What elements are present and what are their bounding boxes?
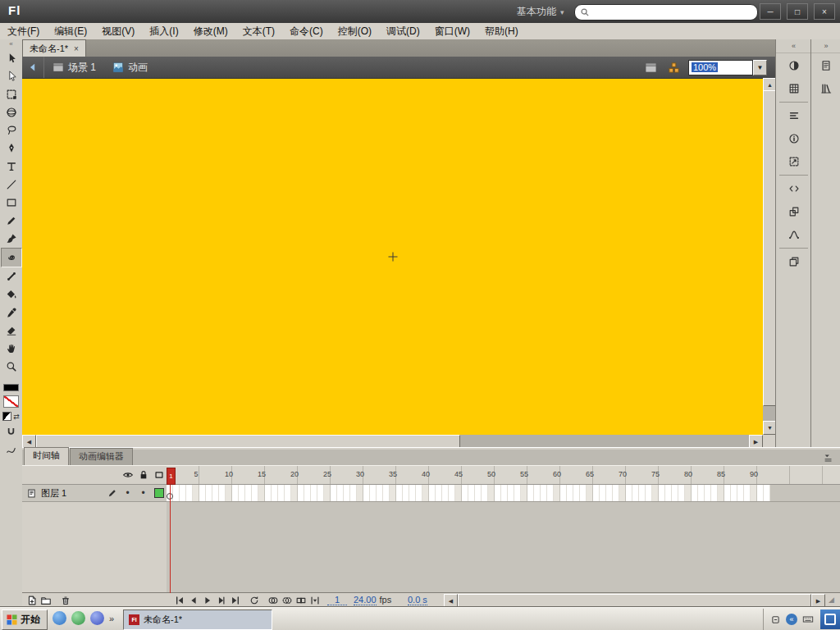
frame-cell[interactable]	[390, 485, 396, 501]
goto-last-frame-button[interactable]	[229, 594, 242, 606]
frame-cell[interactable]	[252, 485, 258, 501]
frame-cell[interactable]	[455, 485, 462, 501]
frame-cell[interactable]	[495, 485, 501, 501]
deco-tool[interactable]	[1, 248, 22, 267]
color-panel-icon[interactable]	[783, 55, 806, 76]
tab-timeline[interactable]: 时间轴	[24, 447, 69, 465]
frame-cell[interactable]	[665, 485, 672, 501]
language-bar-icon[interactable]	[820, 609, 840, 629]
frame-cell[interactable]	[521, 485, 527, 501]
expand-dock-icon[interactable]: «	[776, 39, 811, 53]
frame-cell[interactable]	[232, 485, 239, 501]
zoom-level-input[interactable]: 100%	[688, 60, 753, 75]
pen-tool[interactable]	[2, 139, 21, 158]
black-white-button[interactable]	[2, 412, 11, 421]
frame-cell[interactable]	[718, 485, 724, 501]
frame-cell[interactable]	[737, 485, 744, 501]
stage-canvas[interactable]	[22, 78, 763, 435]
frame-cell[interactable]	[659, 485, 665, 501]
snap-to-objects-button[interactable]	[3, 425, 20, 439]
quick-launch-2-icon[interactable]	[71, 611, 85, 625]
frame-cell[interactable]	[442, 485, 449, 501]
frame-cell[interactable]	[751, 485, 757, 501]
new-folder-button[interactable]	[39, 594, 52, 606]
frame-cell[interactable]	[567, 485, 573, 501]
breadcrumb-scene[interactable]: 场景 1	[44, 61, 104, 75]
lasso-tool[interactable]	[2, 121, 21, 139]
bone-tool[interactable]	[2, 267, 21, 285]
frame-cell[interactable]	[416, 485, 422, 501]
frame-cell[interactable]	[422, 485, 429, 501]
frame-cell[interactable]	[541, 485, 547, 501]
frame-cell[interactable]	[705, 485, 711, 501]
brush-tool[interactable]	[2, 230, 21, 248]
frame-cell[interactable]	[639, 485, 646, 501]
frame-cell[interactable]	[744, 485, 751, 501]
frame-cell[interactable]	[429, 485, 436, 501]
frame-cell[interactable]	[468, 485, 475, 501]
subselection-tool[interactable]	[2, 67, 21, 85]
line-tool[interactable]	[2, 176, 21, 194]
3d-rotation-tool[interactable]	[2, 103, 21, 121]
timeline-horizontal-scrollbar[interactable]: ◀ ▶	[444, 594, 825, 606]
frame-cell[interactable]	[646, 485, 652, 501]
pencil-tool[interactable]	[2, 212, 21, 230]
restore-button[interactable]: □	[787, 3, 808, 20]
frame-cell[interactable]	[619, 485, 626, 501]
frame-cell[interactable]	[206, 485, 212, 501]
modify-markers-button[interactable]	[308, 594, 322, 606]
frame-cell[interactable]	[672, 485, 678, 501]
selection-tool[interactable]	[2, 49, 21, 67]
frame-cell[interactable]	[357, 485, 363, 501]
frame-cell[interactable]	[514, 485, 521, 501]
lock-icon[interactable]	[135, 466, 151, 484]
frame-cell[interactable]	[652, 485, 659, 501]
play-button[interactable]	[201, 594, 214, 606]
transform-panel-icon[interactable]	[783, 151, 806, 172]
layer-row[interactable]: 图层 1 • •	[22, 485, 167, 502]
layer-name[interactable]: 图层 1	[37, 487, 104, 500]
frame-cell[interactable]	[245, 485, 252, 501]
current-frame-value[interactable]: 1	[327, 595, 347, 605]
frame-cell[interactable]	[193, 485, 199, 501]
outline-icon[interactable]	[151, 466, 167, 484]
playhead[interactable]: 1	[167, 468, 176, 485]
frame-cell[interactable]	[685, 485, 692, 501]
frame-cell[interactable]	[350, 485, 357, 501]
document-tab[interactable]: 未命名-1* ×	[22, 39, 86, 57]
new-layer-button[interactable]	[25, 594, 39, 606]
properties-panel-icon[interactable]	[815, 55, 838, 76]
goto-first-frame-button[interactable]	[173, 594, 186, 606]
breadcrumb-symbol[interactable]: 动画	[104, 61, 156, 75]
frame-cell[interactable]	[278, 485, 285, 501]
elapsed-time-value[interactable]: 0.0 s	[408, 595, 427, 605]
project-panel-icon[interactable]	[783, 251, 806, 272]
menu-item[interactable]: 命令(C)	[282, 23, 331, 40]
frame-cell[interactable]	[239, 485, 245, 501]
frame-cell[interactable]	[317, 485, 324, 501]
info-panel-icon[interactable]	[783, 128, 806, 149]
menu-item[interactable]: 帮助(H)	[477, 23, 526, 40]
frame-cell[interactable]	[527, 485, 534, 501]
frame-cell[interactable]	[403, 485, 409, 501]
frame-cell[interactable]	[409, 485, 416, 501]
layer-frames-row[interactable]	[167, 485, 840, 502]
frame-cell[interactable]	[508, 485, 514, 501]
frame-cell[interactable]	[265, 485, 272, 501]
menu-item[interactable]: 编辑(E)	[47, 23, 94, 40]
menu-item[interactable]: 视图(V)	[94, 23, 142, 40]
frame-cell[interactable]	[764, 485, 770, 501]
text-tool[interactable]	[2, 158, 21, 176]
onion-skin-button[interactable]	[267, 594, 280, 606]
frame-cell[interactable]	[291, 485, 298, 501]
frame-cell[interactable]	[370, 485, 377, 501]
frame-cell[interactable]	[488, 485, 495, 501]
frame-cell[interactable]	[731, 485, 737, 501]
zoom-tool[interactable]	[2, 358, 21, 376]
step-forward-button[interactable]	[215, 594, 228, 606]
collapse-panel-icon[interactable]: «	[0, 39, 22, 49]
frame-cell[interactable]	[547, 485, 554, 501]
eye-icon[interactable]	[120, 466, 135, 484]
menu-item[interactable]: 文本(T)	[235, 23, 282, 40]
frame-cell[interactable]	[587, 485, 593, 501]
